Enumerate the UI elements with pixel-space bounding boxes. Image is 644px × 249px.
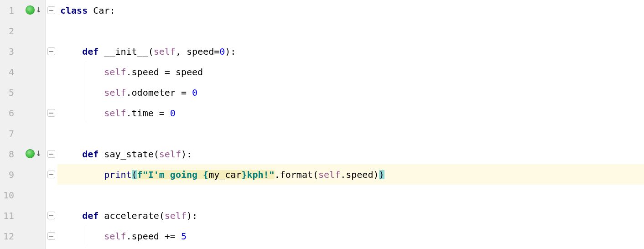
indent — [60, 88, 104, 97]
self-param: self — [165, 211, 187, 220]
paren-close-matched: ) — [379, 170, 384, 179]
attribute: odometer — [132, 88, 176, 97]
punct-comma: , — [176, 47, 187, 56]
op-eq: = — [214, 47, 219, 56]
space — [170, 67, 176, 77]
marker-gutter: ↓ ↓ — [22, 0, 46, 249]
punct-colon: : — [109, 6, 115, 15]
line-number: 3 — [0, 47, 21, 56]
identifier: speed — [176, 67, 203, 77]
indent — [60, 232, 104, 241]
code-line[interactable]: self.speed = speed — [57, 62, 644, 82]
space — [165, 109, 170, 118]
brace-open: { — [203, 170, 208, 179]
number-literal: 0 — [170, 109, 176, 118]
indent — [60, 211, 82, 220]
attribute: speed — [132, 232, 159, 241]
indent-guide — [86, 103, 86, 123]
indent — [60, 47, 82, 56]
builtin-func: print — [104, 170, 131, 179]
punct-dot: . — [275, 170, 280, 179]
code-line[interactable]: def __init__(self, speed=0): — [57, 41, 644, 62]
run-gutter-icon[interactable] — [26, 149, 35, 158]
paren-close: ) — [225, 47, 230, 56]
keyword: def — [82, 211, 104, 220]
space — [159, 232, 165, 241]
space — [176, 232, 181, 241]
space — [176, 88, 181, 97]
line-number: 11 — [0, 211, 21, 220]
space — [187, 88, 192, 97]
punct-colon: : — [230, 47, 236, 56]
punct-dot: . — [340, 170, 346, 179]
punct-dot: . — [126, 109, 132, 118]
fstring-expression: my_car — [208, 170, 241, 179]
fold-toggle-icon[interactable] — [47, 171, 55, 178]
string-text: kph! — [247, 170, 269, 179]
param-name: speed — [187, 47, 214, 56]
self-param: self — [154, 47, 176, 56]
fold-toggle-icon[interactable] — [47, 212, 55, 219]
number-literal: 5 — [181, 232, 187, 241]
number-literal: 0 — [219, 47, 225, 56]
code-line[interactable]: def say_state(self): — [57, 144, 644, 164]
keyword: class — [60, 6, 93, 15]
punct-dot: . — [126, 88, 132, 97]
indent — [60, 150, 82, 159]
self-ref: self — [104, 88, 126, 97]
space — [154, 109, 159, 118]
fold-toggle-icon[interactable] — [47, 232, 55, 240]
code-line[interactable]: def accelerate(self): — [57, 205, 644, 226]
line-number: 8 — [0, 150, 21, 159]
fstring-prefix: f — [137, 170, 143, 179]
keyword: def — [82, 47, 104, 56]
indent — [60, 67, 104, 77]
line-number: 9 — [0, 170, 21, 179]
fold-toggle-icon[interactable] — [47, 6, 55, 14]
code-line[interactable]: self.odometer = 0 — [57, 82, 644, 103]
attribute: speed — [132, 67, 159, 77]
self-ref: self — [318, 170, 340, 179]
code-line[interactable] — [57, 123, 644, 144]
line-number: 4 — [0, 67, 21, 77]
code-line[interactable]: self.time = 0 — [57, 103, 644, 123]
indent-guide — [86, 62, 86, 82]
code-line[interactable] — [57, 185, 644, 205]
keyword: def — [82, 150, 104, 159]
line-number: 6 — [0, 109, 21, 118]
line-number: 12 — [0, 232, 21, 241]
method-name: __init__ — [104, 47, 148, 56]
number-literal: 0 — [192, 88, 197, 97]
self-ref: self — [104, 232, 126, 241]
op-assign: = — [165, 67, 170, 77]
arrow-down-icon[interactable]: ↓ — [36, 148, 42, 158]
string-quote: " — [143, 170, 148, 179]
code-editor[interactable]: class Car: def __init__(self, speed=0): … — [57, 0, 644, 249]
code-line[interactable] — [57, 21, 644, 41]
run-gutter-icon[interactable] — [26, 5, 35, 15]
op-aug-assign: += — [165, 232, 176, 241]
string-text: I'm going — [148, 170, 203, 179]
line-number: 7 — [0, 129, 21, 138]
fold-toggle-icon[interactable] — [47, 47, 55, 55]
space — [159, 67, 165, 77]
paren-open: ( — [154, 150, 159, 159]
arrow-down-icon[interactable]: ↓ — [36, 4, 42, 14]
fold-gutter — [46, 0, 57, 249]
method-name: accelerate — [104, 211, 159, 220]
punct-colon: : — [192, 211, 197, 220]
fold-toggle-icon[interactable] — [47, 150, 55, 158]
paren-close: ) — [181, 150, 187, 159]
code-line[interactable]: class Car: — [57, 0, 644, 21]
op-assign: = — [159, 109, 165, 118]
method-name: say_state — [104, 150, 153, 159]
self-param: self — [159, 150, 181, 159]
self-ref: self — [104, 109, 126, 118]
indent-guide — [86, 82, 86, 103]
code-line-current[interactable]: print(f"I'm going {my_car}kph!".format(s… — [57, 164, 644, 185]
fold-toggle-icon[interactable] — [47, 109, 55, 117]
punct-dot: . — [126, 232, 132, 241]
line-number-gutter: 1 2 3 4 5 6 7 8 9 10 11 12 — [0, 0, 22, 249]
code-line[interactable]: self.speed += 5 — [57, 226, 644, 246]
paren-open-matched: ( — [132, 170, 137, 179]
